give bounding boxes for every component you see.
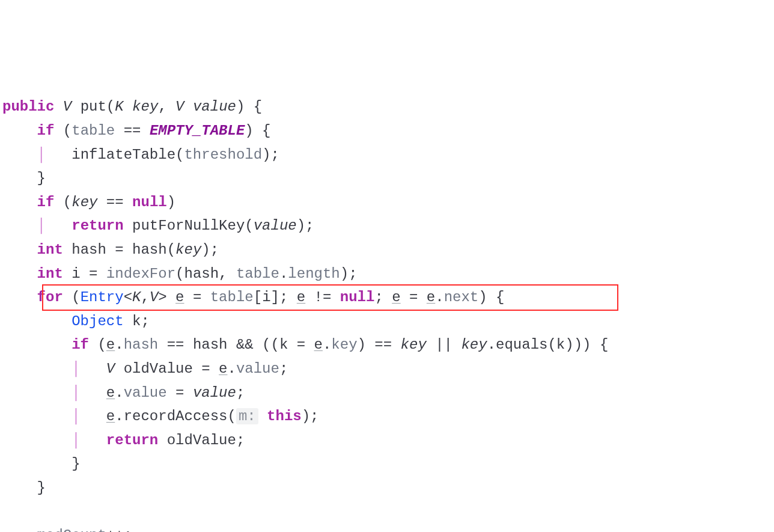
prop-length: length xyxy=(288,266,340,282)
var-oldval2: oldValue xyxy=(167,432,236,448)
kw-this: this xyxy=(267,408,302,424)
gen-K: K xyxy=(132,289,141,305)
param-key: key xyxy=(132,99,158,115)
var-table2: table xyxy=(210,289,254,305)
var-value: value xyxy=(254,218,297,234)
call-putnull: putForNullKey xyxy=(132,218,245,234)
var-hash2: hash xyxy=(193,337,228,353)
type-V2: V xyxy=(175,99,184,115)
call-equals: equals xyxy=(496,337,547,353)
kw-if-1: if xyxy=(37,123,55,139)
type-K: K xyxy=(115,99,123,115)
var-key: key xyxy=(72,194,97,210)
kw-public: public xyxy=(2,99,54,115)
kw-if-3: if xyxy=(72,337,89,353)
prop-hash: hash xyxy=(124,337,159,353)
kw-return1: return xyxy=(72,218,123,234)
var-i: i xyxy=(72,266,80,282)
op-eq2: == xyxy=(106,194,124,210)
type-V3: V xyxy=(106,361,115,377)
var-modcount: modCount xyxy=(37,527,106,532)
arg-key: key xyxy=(175,242,201,258)
prop-key: key xyxy=(331,337,357,353)
var-key3: key xyxy=(401,337,427,353)
var-e-2: e xyxy=(297,289,305,305)
kw-null1: null xyxy=(132,194,167,210)
red-highlight-box xyxy=(42,284,618,311)
arg-hash: hash xyxy=(184,266,219,282)
const-empty: EMPTY_TABLE xyxy=(150,123,245,139)
param-value: value xyxy=(193,99,236,115)
e-d: e xyxy=(106,385,115,401)
prop-value: value xyxy=(236,361,279,377)
cls-object: Object xyxy=(72,313,123,329)
kw-for: for xyxy=(37,289,63,305)
call-hash: hash xyxy=(132,242,167,258)
code-block: public V put(K key, V value) { if (table… xyxy=(0,95,774,532)
var-table: table xyxy=(72,123,115,139)
idx-i: i xyxy=(262,289,270,305)
call-inflate: inflateTable xyxy=(72,147,175,163)
kw-int2: int xyxy=(37,266,63,282)
var-e: e xyxy=(175,289,184,305)
kw-int1: int xyxy=(37,242,63,258)
arg-k: k xyxy=(556,337,565,353)
kw-null2: null xyxy=(340,289,375,305)
e-b: e xyxy=(314,337,323,353)
call-indexfor: indexFor xyxy=(106,266,175,282)
var-key4: key xyxy=(461,337,487,353)
var-oldval: oldValue xyxy=(124,361,193,377)
var-k: k xyxy=(132,313,141,329)
method-name: put xyxy=(81,99,106,115)
e-e: e xyxy=(106,408,115,424)
var-k2: k xyxy=(279,337,288,353)
type-V: V xyxy=(63,99,72,115)
inlay-hint: m: xyxy=(236,408,258,424)
var-hash: hash xyxy=(72,242,106,258)
prop-next: next xyxy=(444,289,479,305)
kw-return2: return xyxy=(106,432,158,448)
call-record: recordAccess xyxy=(124,408,228,424)
kw-if-2: if xyxy=(37,194,55,210)
prop-value2: value xyxy=(124,385,167,401)
var-e-3: e xyxy=(392,289,400,305)
var-threshold: threshold xyxy=(184,147,262,163)
e-a: e xyxy=(106,337,115,353)
gen-V: V xyxy=(150,289,158,305)
op-eq: == xyxy=(124,123,141,139)
var-e-4: e xyxy=(427,289,435,305)
e-c: e xyxy=(219,361,227,377)
var-value2: value xyxy=(193,385,236,401)
cls-entry: Entry xyxy=(81,289,124,305)
arg-table: table xyxy=(236,266,279,282)
